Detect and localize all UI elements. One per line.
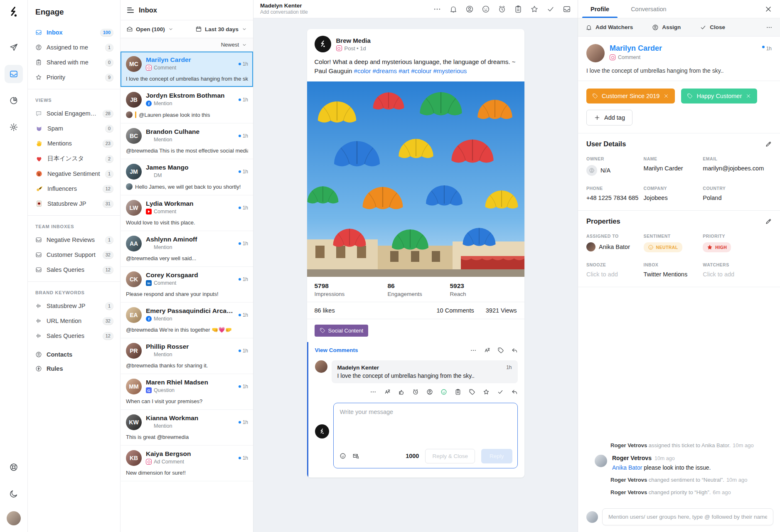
assigned-to-value[interactable]: Anika Bator — [586, 242, 644, 251]
list-menu-icon[interactable] — [127, 7, 134, 13]
view-comments-link[interactable]: View Comments — [315, 347, 358, 353]
conversation-row[interactable]: MM Maren Rhiel Madsen GQuestion 1h When … — [121, 374, 253, 410]
bell-icon[interactable] — [449, 5, 458, 13]
assign-person-icon[interactable] — [465, 5, 474, 13]
sidebar-team-sales-queries[interactable]: Sales Queries 12 — [34, 262, 116, 277]
comments-count[interactable]: 10 Comments — [437, 307, 474, 314]
reply-button[interactable]: Reply — [481, 449, 512, 463]
close-ticket-button[interactable]: Close — [700, 24, 725, 31]
tag-happy-customer[interactable]: Happy Customer — [681, 89, 757, 103]
notes-clipboard-icon[interactable] — [455, 389, 461, 395]
sentiment-face-icon[interactable] — [482, 5, 490, 13]
saved-replies-icon[interactable] — [352, 453, 359, 459]
sidebar-item-assigned[interactable]: Assigned to me 1 — [34, 40, 116, 55]
move-inbox-icon[interactable] — [563, 5, 571, 13]
sidebar-item-contacts[interactable]: Contacts — [34, 347, 116, 362]
sentiment-value[interactable]: NEUTRAL — [644, 242, 703, 252]
more-icon[interactable] — [766, 24, 773, 31]
watchers-value[interactable]: Click to add — [703, 271, 772, 278]
conversation-row[interactable]: EA Emery Passaquindici Arcand fMention 1… — [121, 303, 253, 338]
snooze-clock-icon[interactable] — [412, 389, 419, 395]
tag-icon[interactable] — [469, 389, 475, 395]
add-watchers-button[interactable]: Add Watchers — [586, 24, 633, 31]
remove-tag-icon[interactable] — [746, 93, 751, 99]
status-filter-dropdown[interactable]: Open (100) — [126, 26, 174, 32]
conversation-row[interactable]: JM James Mango DM 1h Hello James, we wil… — [121, 159, 253, 195]
date-filter-dropdown[interactable]: Last 30 days — [195, 26, 247, 32]
sidebar-brand-sales-queries[interactable]: Sales Queries 12 — [34, 328, 116, 343]
snooze-value[interactable]: Click to add — [586, 271, 644, 278]
translate-icon[interactable] — [384, 389, 391, 395]
tag-icon[interactable] — [497, 347, 504, 354]
comment-thread: View Comments Madelyn Kenter1h I love — [307, 342, 524, 478]
reply-close-button[interactable]: Reply & Close — [425, 449, 475, 463]
tag-customer-since[interactable]: Customer Since 2019 — [586, 89, 675, 103]
close-panel-icon[interactable] — [764, 5, 773, 13]
mention-link[interactable]: Anika Bator — [612, 464, 642, 471]
dark-mode-icon[interactable] — [5, 485, 23, 503]
close-check-icon[interactable] — [546, 5, 555, 13]
conversation-row[interactable]: PR Phillip Rosser Mention 1h @brewmedia … — [121, 338, 253, 374]
conversation-row[interactable]: KB Kaiya Bergson Ad Comment 1h New dimen… — [121, 446, 253, 481]
notes-clipboard-icon[interactable] — [514, 5, 522, 13]
assign-button[interactable]: Assign — [652, 24, 681, 31]
profile-name[interactable]: Marilyn Carder — [610, 44, 662, 53]
like-thumb-icon[interactable] — [398, 389, 405, 395]
translate-icon[interactable] — [484, 347, 490, 354]
post-hashtags[interactable]: #color #dreams #art #colour #mysterious — [354, 67, 467, 74]
reply-icon[interactable] — [511, 389, 518, 395]
conversation-row[interactable]: AA Ashlynn Aminoff Mention 1h @brewmedia… — [121, 231, 253, 267]
sidebar-team-customer-support[interactable]: Customer Support 32 — [34, 247, 116, 262]
reports-nav-icon[interactable] — [5, 91, 23, 110]
conversation-row[interactable]: JB Jordyn Ekstrom Bothman fMention 1h @L… — [121, 87, 253, 123]
settings-nav-icon[interactable] — [5, 118, 23, 136]
sidebar-view-negative-sentiment[interactable]: Negative Sentiment 1 — [34, 166, 116, 181]
more-icon[interactable] — [433, 5, 441, 13]
add-conversation-title[interactable]: Add conversation title — [260, 9, 308, 15]
close-check-icon[interactable] — [497, 389, 504, 395]
tab-profile[interactable]: Profile — [580, 0, 620, 18]
sidebar-view-statusbrew-jp[interactable]: Statusbrew JP 31 — [34, 196, 116, 211]
mention-input[interactable] — [602, 508, 773, 525]
priority-star-icon[interactable] — [483, 389, 490, 395]
sidebar-view-spam[interactable]: Spam 0 — [34, 121, 116, 136]
edit-properties-icon[interactable] — [765, 218, 772, 225]
publish-nav-icon[interactable] — [5, 38, 23, 57]
sidebar-item-rules[interactable]: Rules — [34, 362, 116, 376]
conversation-row[interactable]: MC Marilyn Carder Comment 1h I love the … — [121, 52, 253, 87]
engage-nav-icon[interactable] — [5, 65, 23, 83]
help-icon[interactable] — [5, 458, 23, 476]
conversation-row[interactable]: LW Lydia Workman Comment 1h Would love t… — [121, 195, 253, 231]
tab-conversation[interactable]: Conversation — [620, 0, 677, 18]
user-avatar[interactable] — [7, 511, 21, 525]
sidebar-item-shared[interactable]: Shared with me 0 — [34, 55, 116, 70]
sidebar-team-negative-reviews[interactable]: Negative Reviews 1 — [34, 232, 116, 247]
emoji-icon[interactable] — [340, 453, 346, 459]
sidebar-brand-statusbrew-jp[interactable]: Statusbrew JP 1 — [34, 298, 116, 313]
reply-icon[interactable] — [511, 347, 518, 354]
sidebar-view-influencers[interactable]: Influencers 12 — [34, 181, 116, 196]
sidebar-view-japan-insta[interactable]: 日本インスタ 2 — [34, 151, 116, 166]
conversation-row[interactable]: CK Corey Korsgaard inComment 1h Please r… — [121, 267, 253, 303]
snooze-clock-icon[interactable] — [498, 5, 506, 13]
edit-user-details-icon[interactable] — [765, 141, 772, 148]
calendar-icon — [195, 26, 202, 32]
add-tag-button[interactable]: Add tag — [586, 110, 632, 126]
sidebar-item-priority[interactable]: Priority 9 — [34, 70, 116, 85]
more-icon[interactable] — [370, 389, 376, 395]
sidebar-view-social-engagement[interactable]: Social Engagement 28 — [34, 106, 116, 121]
priority-value[interactable]: HIGH — [703, 242, 772, 252]
sidebar-item-inbox[interactable]: Inbox 100 — [34, 25, 116, 40]
sentiment-smiley-icon[interactable] — [440, 389, 447, 395]
content-tag-chip[interactable]: Social Content — [315, 325, 369, 337]
sidebar-brand-url-mention[interactable]: URL Mention 32 — [34, 313, 116, 328]
sidebar-view-mentions[interactable]: Mentions 23 — [34, 136, 116, 151]
assign-person-icon[interactable] — [426, 389, 433, 395]
remove-tag-icon[interactable] — [663, 93, 669, 99]
sort-dropdown[interactable]: Newest — [121, 38, 253, 52]
more-icon[interactable] — [470, 347, 477, 354]
priority-star-icon[interactable] — [530, 5, 539, 13]
conversation-row[interactable]: BC Brandon Culhane Mention 1h @brewmedia… — [121, 123, 253, 159]
reply-input[interactable] — [334, 403, 517, 445]
conversation-row[interactable]: KW Kianna Workman Mention 1h This is gre… — [121, 410, 253, 446]
